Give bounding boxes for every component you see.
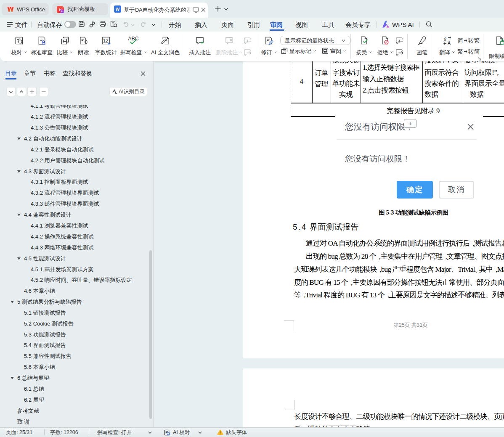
svg-text:ABC: ABC bbox=[128, 36, 139, 42]
svg-text:W: W bbox=[116, 7, 120, 12]
svg-text:文: 文 bbox=[443, 37, 448, 42]
svg-text:12: 12 bbox=[103, 38, 109, 44]
svg-text:A: A bbox=[448, 40, 451, 45]
svg-text:AI: AI bbox=[61, 10, 63, 13]
